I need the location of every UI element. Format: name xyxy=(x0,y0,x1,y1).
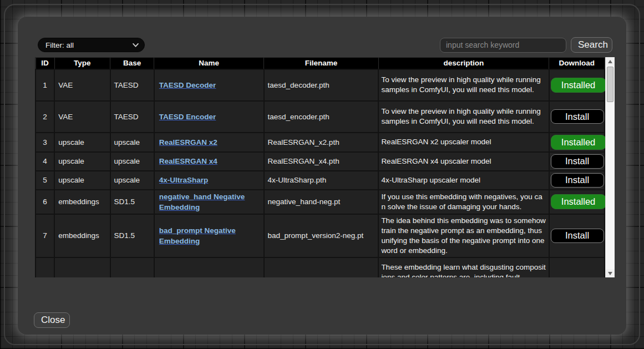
cell-base: SD1.5 xyxy=(110,214,154,257)
table-row: 4upscaleupscaleRealESRGAN x4RealESRGAN_x… xyxy=(36,152,605,171)
table-row: 2VAETAESDTAESD Encodertaesd_encoder.pthT… xyxy=(36,101,605,133)
installed-button[interactable]: Installed xyxy=(551,135,606,150)
install-models-dialog: Filter: all Search ID Type Base Name Fi xyxy=(18,17,626,335)
header-description: description xyxy=(378,58,549,69)
cell-id: 4 xyxy=(36,152,54,171)
filter-select[interactable]: Filter: all xyxy=(38,38,145,52)
cell-name: negative_hand Negative Embedding xyxy=(154,190,264,214)
table-row: These embedding learn what disgusting co… xyxy=(36,257,605,278)
install-button[interactable]: Install xyxy=(551,229,604,243)
cell-name: TAESD Decoder xyxy=(154,69,264,101)
cell-name: 4x-UltraSharp xyxy=(154,171,264,190)
cell-id: 1 xyxy=(36,69,54,101)
cell-type: embeddings xyxy=(54,190,110,214)
cell-base: TAESD xyxy=(110,69,154,101)
cell-id xyxy=(36,257,54,278)
cell-description: If you use this embedding with negatives… xyxy=(378,190,549,214)
table-row: 3upscaleupscaleRealESRGAN x2RealESRGAN_x… xyxy=(36,133,605,152)
install-button[interactable]: Install xyxy=(551,109,604,124)
table-scrollbar[interactable] xyxy=(605,57,615,277)
cell-name: RealESRGAN x2 xyxy=(154,133,264,152)
model-table-header: ID Type Base Name Filename description D… xyxy=(36,58,605,69)
search-input[interactable] xyxy=(440,38,566,53)
search-button[interactable]: Search xyxy=(571,37,612,53)
table-row: 6embeddingsSD1.5negative_hand Negative E… xyxy=(36,190,605,214)
cell-download: Installed xyxy=(549,69,605,101)
header-id: ID xyxy=(36,58,54,69)
cell-type: upscale xyxy=(54,133,110,152)
cell-filename: bad_prompt_version2-neg.pt xyxy=(264,214,379,257)
scrollbar-thumb[interactable] xyxy=(607,67,613,102)
model-name-link[interactable]: RealESRGAN x4 xyxy=(159,157,217,165)
install-button[interactable]: Install xyxy=(551,173,604,188)
cell-download: Installed xyxy=(549,133,605,152)
cell-id: 7 xyxy=(36,214,54,257)
cell-name xyxy=(154,257,264,278)
dialog-toolbar: Filter: all Search xyxy=(38,37,612,53)
cell-filename: 4x-UltraSharp.pth xyxy=(264,171,379,190)
cell-name: TAESD Encoder xyxy=(154,101,264,133)
cell-download xyxy=(549,257,605,278)
header-filename: Filename xyxy=(264,58,379,69)
cell-filename: taesd_decoder.pth xyxy=(264,69,379,101)
cell-download: Install xyxy=(549,214,605,257)
model-name-link[interactable]: bad_prompt Negative Embedding xyxy=(159,226,236,245)
model-name-link[interactable]: negative_hand Negative Embedding xyxy=(159,193,245,211)
header-name: Name xyxy=(154,58,264,69)
model-name-link[interactable]: TAESD Decoder xyxy=(159,81,216,89)
header-download: Download xyxy=(549,58,605,69)
cell-base xyxy=(110,257,154,278)
scrollbar-down-button[interactable] xyxy=(606,269,615,277)
cell-base: SD1.5 xyxy=(110,190,154,214)
cell-id: 5 xyxy=(36,171,54,190)
arrow-up-icon xyxy=(608,60,612,63)
cell-type: upscale xyxy=(54,152,110,171)
cell-description: The idea behind this embedding was to so… xyxy=(378,214,549,257)
cell-download: Install xyxy=(549,101,605,133)
cell-type xyxy=(54,257,110,278)
table-row: 1VAETAESDTAESD Decodertaesd_decoder.pthT… xyxy=(36,69,605,101)
cell-download: Install xyxy=(549,171,605,190)
cell-base: upscale xyxy=(110,152,154,171)
header-base: Base xyxy=(110,58,154,69)
cell-filename: negative_hand-neg.pt xyxy=(264,190,379,214)
cell-description: RealESRGAN x4 upscaler model xyxy=(378,152,549,171)
cell-description: RealESRGAN x2 upscaler model xyxy=(378,133,549,152)
cell-name: RealESRGAN x4 xyxy=(154,152,264,171)
cell-type: upscale xyxy=(54,171,110,190)
model-name-link[interactable]: 4x-UltraSharp xyxy=(159,176,209,184)
close-button[interactable]: Close xyxy=(34,312,70,328)
cell-filename: taesd_encoder.pth xyxy=(264,101,379,133)
cell-description: To view the preview in high quality whil… xyxy=(378,69,549,101)
cell-id: 2 xyxy=(36,101,54,133)
cell-id: 6 xyxy=(36,190,54,214)
model-table-container: ID Type Base Name Filename description D… xyxy=(35,57,615,277)
install-button[interactable]: Install xyxy=(551,154,604,169)
model-table: ID Type Base Name Filename description D… xyxy=(35,57,605,277)
cell-description: These embedding learn what disgusting co… xyxy=(378,257,549,278)
cell-base: TAESD xyxy=(110,101,154,133)
cell-base: upscale xyxy=(110,171,154,190)
installed-button[interactable]: Installed xyxy=(551,78,606,93)
cell-type: VAE xyxy=(54,101,110,133)
model-name-link[interactable]: TAESD Encoder xyxy=(159,113,216,121)
cell-description: To view the preview in high quality whil… xyxy=(378,101,549,133)
cell-filename xyxy=(264,257,379,278)
cell-type: VAE xyxy=(54,69,110,101)
cell-type: embeddings xyxy=(54,214,110,257)
cell-filename: RealESRGAN_x4.pth xyxy=(264,152,379,171)
chevron-down-icon xyxy=(133,43,139,47)
cell-base: upscale xyxy=(110,133,154,152)
header-type: Type xyxy=(54,58,110,69)
cell-download: Installed xyxy=(549,190,605,214)
cell-filename: RealESRGAN_x2.pth xyxy=(264,133,379,152)
installed-button[interactable]: Installed xyxy=(551,194,606,209)
cell-download: Install xyxy=(549,152,605,171)
cell-id: 3 xyxy=(36,133,54,152)
model-name-link[interactable]: RealESRGAN x2 xyxy=(159,138,217,146)
filter-select-value: Filter: all xyxy=(45,41,74,49)
scrollbar-up-button[interactable] xyxy=(606,57,615,65)
model-table-body: 1VAETAESDTAESD Decodertaesd_decoder.pthT… xyxy=(36,69,605,278)
cell-name: bad_prompt Negative Embedding xyxy=(154,214,264,257)
cell-description: 4x-UltraSharp upscaler model xyxy=(378,171,549,190)
